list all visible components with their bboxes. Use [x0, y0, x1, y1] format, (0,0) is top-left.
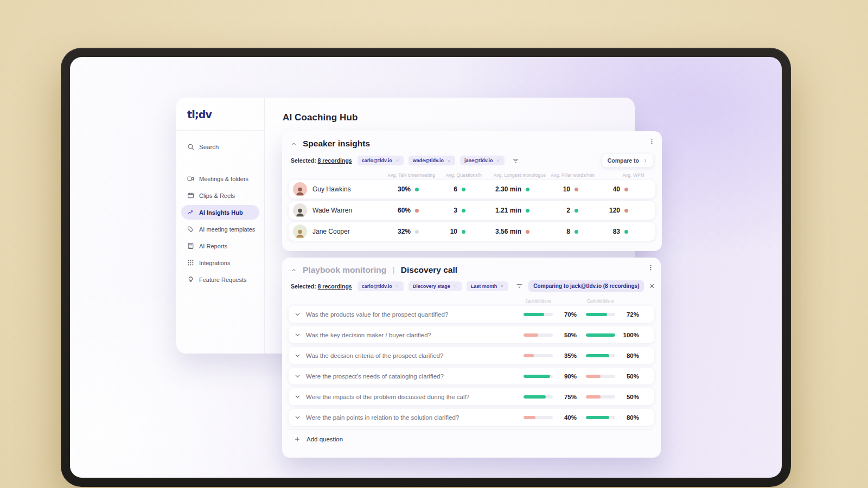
progress-fill [586, 354, 609, 357]
question-row[interactable]: Were the prospect's needs of cataloging … [289, 368, 654, 384]
trend-chart-icon [187, 209, 194, 216]
sidebar-item-ai-reports[interactable]: AI Reports [181, 239, 259, 253]
status-dot [415, 188, 419, 191]
collapse-chevron-up-icon[interactable] [291, 141, 297, 147]
score-group: 100% [586, 332, 647, 338]
metric-cell: 6 [419, 185, 465, 193]
question-text: Were the impacts of the problem discusse… [306, 394, 524, 400]
recordings-count-link[interactable]: 8 recordings [318, 283, 352, 290]
speaker-filter-chips: carlo@tldv.iowade@tldv.iojane@tldv.io [358, 156, 505, 165]
kebab-menu-icon[interactable] [647, 264, 654, 271]
filter-chip-label: Last month [471, 284, 497, 289]
score-percent: 35% [557, 352, 577, 359]
progress-bar [586, 333, 615, 337]
question-row[interactable]: Were the pain points in relation to the … [289, 409, 654, 426]
kebab-menu-icon[interactable] [648, 138, 655, 145]
metric-cell: 60% [369, 207, 419, 214]
close-icon[interactable] [447, 159, 451, 163]
playbook-filter-chips: carlo@tldv.ioDiscovery stageLast month [358, 281, 509, 291]
compare-to-button[interactable]: Compare to [602, 154, 653, 167]
metric-value: 3 [454, 207, 457, 214]
collapse-chevron-up-icon[interactable] [291, 267, 297, 273]
filter-chip[interactable]: carlo@tldv.io [358, 156, 404, 165]
chevron-down-icon[interactable] [294, 373, 301, 380]
filter-chip[interactable]: carlo@tldv.io [358, 281, 404, 291]
chevron-down-icon[interactable] [294, 331, 301, 338]
question-row[interactable]: Was the products value for the prospect … [289, 306, 654, 323]
speaker-name-cell: Guy Hawkins [293, 182, 369, 196]
filter-chip[interactable]: wade@tldv.io [409, 156, 455, 165]
table-row[interactable]: Wade Warren60%31.21 min2120 [289, 201, 655, 220]
filter-chip[interactable]: Last month [467, 281, 509, 291]
playbook-title: Playbook monitoring | Discovery call [303, 265, 457, 275]
close-icon[interactable] [395, 284, 399, 288]
status-dot [624, 188, 628, 191]
status-dot [415, 209, 419, 213]
metric-value: 60% [398, 207, 411, 214]
status-dot [624, 209, 628, 213]
close-icon[interactable] [496, 159, 500, 163]
search-button[interactable]: Search [187, 143, 219, 150]
sidebar-item-ai-insights-hub[interactable]: AI Insights Hub [181, 205, 259, 220]
speaker-name: Wade Warren [312, 207, 352, 214]
question-text: Was the products value for the prospect … [306, 311, 524, 318]
chevron-down-icon[interactable] [294, 352, 301, 359]
filter-chip-label: Discovery stage [413, 284, 450, 289]
speaker-table-header: Avg. Talk time/meetingAvg. Questions/hAv… [289, 172, 655, 178]
sidebar-item-feature-requests[interactable]: Feature Requests [181, 272, 259, 287]
metric-value: 2.30 min [495, 185, 521, 193]
score-percent: 100% [620, 332, 639, 338]
search-label: Search [199, 144, 219, 150]
recordings-count-link[interactable]: 8 recordings [318, 157, 352, 164]
filter-icon[interactable] [516, 282, 523, 290]
status-dot [575, 230, 578, 234]
sidebar-item-ai-meeting-templates[interactable]: AI meeting templates [181, 222, 259, 236]
close-icon[interactable] [454, 284, 457, 288]
metric-value: 30% [398, 185, 411, 193]
sidebar-item-label: Integrations [199, 260, 230, 266]
table-row[interactable]: Jane Cooper32%103.56 min883 [289, 222, 655, 241]
metric-cell: 8 [529, 228, 578, 235]
filter-icon[interactable] [512, 157, 519, 164]
question-row[interactable]: Was the key decision maker / buyer clari… [289, 326, 654, 343]
chevron-down-icon[interactable] [294, 311, 301, 318]
status-dot [526, 188, 529, 191]
filter-chip[interactable]: jane@tldv.io [460, 156, 505, 165]
status-dot [462, 209, 465, 213]
question-row[interactable]: Was the decision criteria of the prospec… [289, 347, 654, 364]
status-dot [575, 188, 578, 191]
score-percent: 75% [557, 394, 577, 400]
add-question-button[interactable]: Add question [289, 429, 654, 448]
status-dot [462, 188, 465, 191]
chevron-down-icon[interactable] [294, 414, 301, 421]
score-percent: 40% [557, 414, 577, 421]
progress-fill [586, 416, 609, 419]
filter-chip[interactable]: Discovery stage [409, 281, 462, 291]
sidebar-item-clips-reels[interactable]: Clips & Reels [181, 188, 259, 203]
sidebar-item-meetings-folders[interactable]: Meetings & folders [181, 171, 259, 186]
progress-bar [524, 354, 553, 357]
metric-value: 6 [454, 185, 457, 193]
table-row[interactable]: Guy Hawkins30%62.30 min1040 [289, 180, 655, 198]
close-icon[interactable] [648, 282, 655, 290]
score-group: 70% [524, 311, 586, 318]
progress-bar [586, 313, 615, 316]
close-icon[interactable] [500, 284, 504, 288]
question-text: Were the pain points in relation to the … [306, 414, 524, 421]
question-row[interactable]: Were the impacts of the problem discusse… [289, 388, 654, 405]
progress-fill [524, 333, 538, 337]
chevron-down-icon[interactable] [294, 393, 301, 400]
close-icon[interactable] [395, 159, 399, 163]
score-group: 35% [524, 352, 586, 359]
sidebar-divider [176, 130, 264, 131]
clapperboard-icon [187, 192, 194, 199]
sidebar-item-integrations[interactable]: Integrations [181, 255, 259, 270]
sidebar-item-label: Clips & Reels [199, 192, 235, 199]
metric-cell: 30% [369, 185, 419, 193]
metric-cell: 120 [578, 207, 628, 214]
grid-dots-icon [187, 259, 194, 266]
tag-icon [187, 226, 194, 233]
metric-cell: 83 [578, 228, 628, 235]
column-header-label: Jack@tldv.io [524, 298, 553, 304]
sidebar-item-label: AI meeting templates [199, 226, 255, 233]
